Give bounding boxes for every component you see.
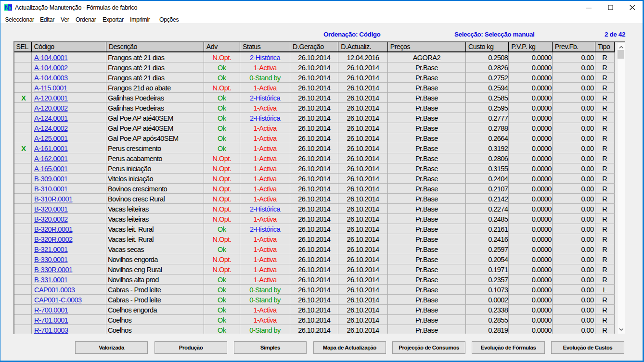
svg-text:k: k	[9, 5, 12, 11]
